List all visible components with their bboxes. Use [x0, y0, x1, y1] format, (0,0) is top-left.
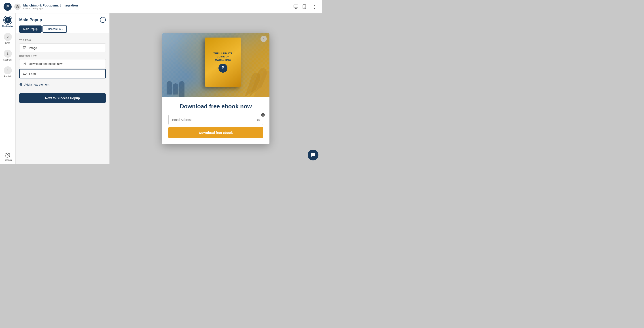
app-subtitle: trialfirst.netlify.app [23, 7, 291, 10]
sidebar-item-publish[interactable]: 4 Publish [0, 64, 16, 80]
people-graphic [166, 81, 184, 97]
step-sidebar: 1 Customize 2 Style 3 Segment 4 P [0, 13, 16, 164]
svg-point-8 [7, 155, 8, 156]
step-4-circle: 4 [4, 66, 12, 74]
tab-main-popup[interactable]: Main Popup [19, 25, 42, 33]
step-2-circle: 2 [4, 33, 12, 41]
heading-element[interactable]: H Download free ebook now [19, 59, 106, 68]
preview-area: THE ULTIMATE GUIDE OF MARKETING P [110, 13, 322, 164]
sidebar-item-customize[interactable]: 1 Customize [0, 13, 16, 30]
bottom-row-label: BOTTOM ROW [19, 55, 106, 57]
svg-point-12 [263, 115, 263, 115]
popup-form: ✉ Download free ebook [168, 115, 263, 138]
next-to-success-button[interactable]: Next to Success Popup [19, 93, 106, 103]
form-element-label: Form [29, 72, 36, 75]
image-icon [22, 46, 26, 50]
add-element-button[interactable]: ⊕ Add a new element [19, 79, 106, 90]
add-element-icon: ⊕ [19, 82, 22, 87]
site-icon [14, 3, 20, 10]
mobile-device-button[interactable] [302, 4, 307, 9]
image-element-label: Image [29, 46, 37, 50]
svg-rect-11 [23, 73, 26, 75]
form-icon [23, 72, 27, 76]
svg-rect-2 [294, 5, 298, 7]
form-element[interactable]: Form [19, 69, 106, 78]
chat-bubble[interactable] [308, 150, 318, 160]
submit-button[interactable]: Download free ebook [168, 127, 263, 138]
settings-button[interactable]: Settings [4, 150, 12, 164]
book-logo: P [218, 64, 228, 73]
more-options-button[interactable]: ⋮ [310, 3, 318, 10]
top-row-label: TOP ROW [19, 39, 106, 41]
panel-content: TOP ROW Image BOTTOM ROW H Download free… [16, 33, 109, 164]
panel-header: Main Popup ⋯ + Main Popup Success Po... [16, 13, 109, 33]
step-1-label: Customize [2, 25, 14, 27]
email-field-wrap: ✉ [168, 115, 263, 125]
heading-element-label: Download free ebook now [29, 62, 62, 65]
hand-graphic [227, 56, 270, 97]
more-panel-icon[interactable]: ⋯ [94, 18, 98, 22]
heading-icon: H [22, 62, 26, 66]
image-element[interactable]: Image [19, 43, 106, 52]
popup-content-section: Download free ebook now ✉ Download free … [162, 97, 270, 144]
sidebar-item-segment[interactable]: 3 Segment [0, 47, 16, 64]
panel-tabs: Main Popup Success Po... [19, 25, 106, 33]
svg-point-7 [304, 7, 304, 8]
step-3-circle: 3 [4, 50, 12, 58]
panel-title: Main Popup [19, 18, 42, 22]
main-panel: Main Popup ⋯ + Main Popup Success Po... … [16, 13, 110, 164]
email-input[interactable] [168, 115, 263, 125]
app-logo: P [4, 3, 12, 11]
app-title-section: Mailchimp & Popupsmart Integration trial… [23, 3, 291, 10]
add-panel-button[interactable]: + [100, 17, 106, 23]
mail-icon: ✉ [257, 117, 260, 122]
popup-preview: THE ULTIMATE GUIDE OF MARKETING P [162, 33, 270, 144]
app-title: Mailchimp & Popupsmart Integration [23, 3, 291, 7]
desktop-device-button[interactable] [294, 4, 298, 9]
add-element-label: Add a new element [24, 83, 49, 86]
app-bar: P Mailchimp & Popupsmart Integration tri… [0, 0, 322, 13]
step-3-label: Segment [3, 58, 12, 61]
tab-success-popup[interactable]: Success Po... [42, 25, 67, 33]
step-1-circle: 1 [4, 16, 12, 24]
step-2-label: Style [5, 42, 10, 44]
popup-heading: Download free ebook now [168, 103, 263, 110]
device-switcher: ⋮ [294, 3, 318, 10]
popup-image-section: THE ULTIMATE GUIDE OF MARKETING P [162, 33, 270, 97]
svg-point-5 [296, 8, 296, 8]
settings-label: Settings [4, 159, 12, 161]
sidebar-item-style[interactable]: 2 Style [0, 30, 16, 47]
step-4-label: Publish [4, 75, 12, 78]
svg-point-10 [24, 47, 24, 48]
field-settings-dot[interactable] [261, 113, 265, 117]
